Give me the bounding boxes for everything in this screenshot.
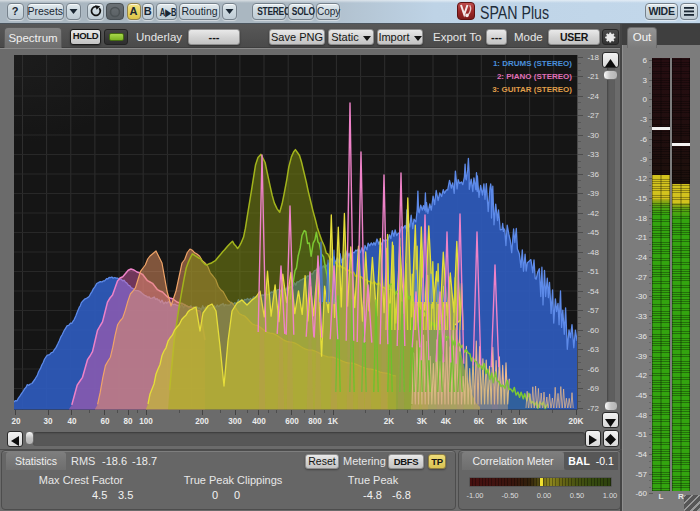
svg-text:2: PIANO (STEREO): 2: PIANO (STEREO)	[497, 72, 572, 81]
svg-text:3: GUITAR (STEREO): 3: GUITAR (STEREO)	[492, 85, 572, 94]
svg-text:1: DRUMS (STEREO): 1: DRUMS (STEREO)	[493, 59, 572, 68]
